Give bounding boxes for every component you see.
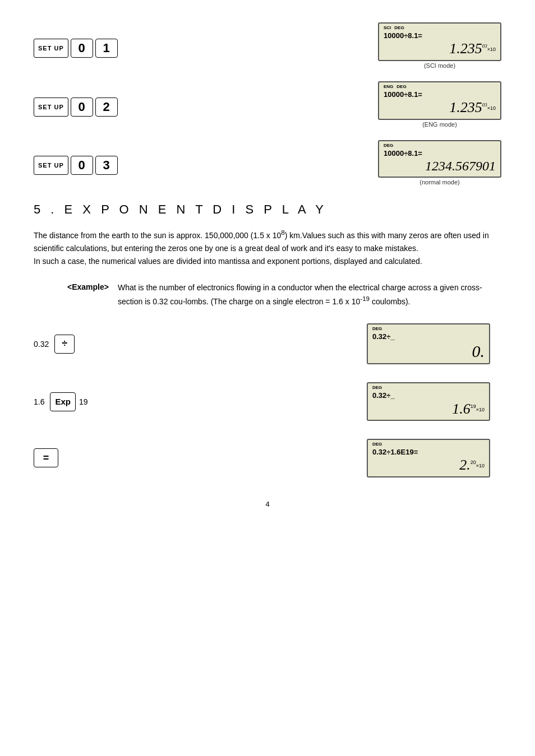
divide-key[interactable]: ÷	[54, 335, 75, 354]
num-key-0-row3[interactable]: 0	[71, 156, 93, 175]
step2-number2: 19	[79, 397, 88, 406]
deg-indicator-2: DEG	[396, 84, 406, 89]
equals-key[interactable]: =	[34, 448, 58, 467]
screen1-label: (SCI mode)	[378, 62, 501, 69]
screen3-expr: 10000÷8.1=	[384, 149, 496, 159]
step1-left: 0.32 ÷	[34, 335, 146, 354]
step-1-row: 0.32 ÷ DEG 0.32÷_ 0.	[34, 323, 501, 364]
num-key-0-row2[interactable]: 0	[71, 98, 93, 117]
step2-result: 1.619×10	[372, 401, 485, 418]
page-number: 4	[34, 500, 501, 508]
setup-key-2[interactable]: SET UP	[34, 98, 68, 117]
x10-step2: ×10	[476, 407, 485, 412]
num-key-0-row1[interactable]: 0	[71, 39, 93, 58]
screen1-result: 1.23503×10	[384, 41, 496, 57]
key-group-2: SET UP 0 2	[34, 92, 118, 117]
deg-indicator-3: DEG	[384, 143, 393, 148]
screen1-expr: 10000÷8.1=	[384, 31, 496, 41]
step3-indicators: DEG	[372, 442, 485, 447]
step2-display: DEG 0.32÷_ 1.619×10	[367, 382, 501, 421]
step1-screen: DEG 0.32÷_ 0.	[367, 323, 490, 364]
key-group-3: SET UP 0 3	[34, 150, 118, 175]
step3-result: 2.20×10	[372, 457, 485, 474]
screen1-num: 1.235	[449, 40, 482, 57]
step3-num: 2.	[459, 457, 471, 473]
step1-display: DEG 0.32÷_ 0.	[367, 323, 501, 364]
display-1: SCI DEG 10000÷8.1= 1.23503×10 (SCI mode)	[378, 22, 501, 69]
step1-expr: 0.32÷_	[372, 332, 485, 342]
step2-screen: DEG 0.32÷_ 1.619×10	[367, 382, 490, 421]
screen-1: SCI DEG 10000÷8.1= 1.23503×10	[378, 22, 501, 61]
exp-key[interactable]: Exp	[50, 392, 76, 411]
x10-step3: ×10	[476, 463, 485, 469]
indicators-2: ENG DEG	[384, 84, 496, 89]
deg-indicator-1: DEG	[394, 25, 404, 30]
section5-paragraph: The distance from the earth to the sun i…	[34, 227, 501, 268]
screen2-result: 1.23503×10	[384, 100, 496, 116]
step2-exp: 19	[471, 403, 476, 409]
step3-screen: DEG 0.32÷1.6E19= 2.20×10	[367, 439, 490, 477]
num-key-1-row1[interactable]: 1	[95, 39, 118, 58]
sci-indicator: SCI	[384, 25, 391, 30]
step3-exp: 20	[471, 460, 476, 466]
num-key-3-row3[interactable]: 3	[95, 156, 118, 175]
eng-indicator: ENG	[384, 84, 393, 89]
setup-key-3[interactable]: SET UP	[34, 156, 68, 175]
step1-number: 0.32	[34, 340, 49, 349]
row-setup-02: SET UP 0 2 ENG DEG 10000÷8.1= 1.23503×10…	[34, 81, 501, 128]
screen2-expr: 10000÷8.1=	[384, 90, 496, 100]
step2-indicators: DEG	[372, 385, 485, 390]
num-key-2-row2[interactable]: 2	[95, 98, 118, 117]
step2-expr: 0.32÷_	[372, 391, 485, 401]
screen3-label: (normal mode)	[378, 179, 501, 185]
step3-expr: 0.32÷1.6E19=	[372, 447, 485, 457]
step1-indicators: DEG	[372, 326, 485, 331]
key-group-1: SET UP 0 1	[34, 33, 118, 58]
x10-label-2: ×10	[487, 105, 496, 111]
display-3: DEG 10000÷8.1= 1234.567901 (normal mode)	[378, 140, 501, 185]
setup-key-1[interactable]: SET UP	[34, 39, 68, 58]
step2-left: 1.6 Exp 19	[34, 392, 146, 411]
step3-display: DEG 0.32÷1.6E19= 2.20×10	[367, 439, 501, 477]
step2-num: 1.6	[452, 401, 471, 417]
example-block: <Example> What is the number of electron…	[67, 281, 501, 308]
screen2-exp: 03	[482, 102, 487, 108]
screen-3: DEG 10000÷8.1= 1234.567901	[378, 140, 501, 178]
example-text: What is the number of electronics flowin…	[118, 281, 501, 308]
screen3-result: 1234.567901	[384, 159, 496, 174]
indicators-3: DEG	[384, 143, 496, 148]
step1-result: 0.	[372, 342, 485, 360]
step-2-row: 1.6 Exp 19 DEG 0.32÷_ 1.619×10	[34, 382, 501, 421]
screen1-exp: 03	[482, 44, 487, 49]
screen2-num: 1.235	[449, 99, 482, 115]
example-label: <Example>	[67, 281, 109, 291]
row-setup-01: SET UP 0 1 SCI DEG 10000÷8.1= 1.23503×10…	[34, 22, 501, 69]
display-2: ENG DEG 10000÷8.1= 1.23503×10 (ENG mode)	[378, 81, 501, 128]
step3-deg: DEG	[372, 442, 382, 447]
row-setup-03: SET UP 0 3 DEG 10000÷8.1= 1234.567901 (n…	[34, 140, 501, 185]
step2-deg: DEG	[372, 385, 382, 390]
x10-label-1: ×10	[487, 47, 496, 52]
section5-heading: 5 . E X P O N E N T D I S P L A Y	[34, 202, 501, 217]
step3-left: =	[34, 448, 146, 467]
screen-2: ENG DEG 10000÷8.1= 1.23503×10	[378, 81, 501, 120]
step2-number1: 1.6	[34, 397, 44, 406]
step-3-row: = DEG 0.32÷1.6E19= 2.20×10	[34, 439, 501, 477]
step1-deg: DEG	[372, 326, 382, 331]
screen2-label: (ENG mode)	[378, 121, 501, 128]
indicators-1: SCI DEG	[384, 25, 496, 30]
